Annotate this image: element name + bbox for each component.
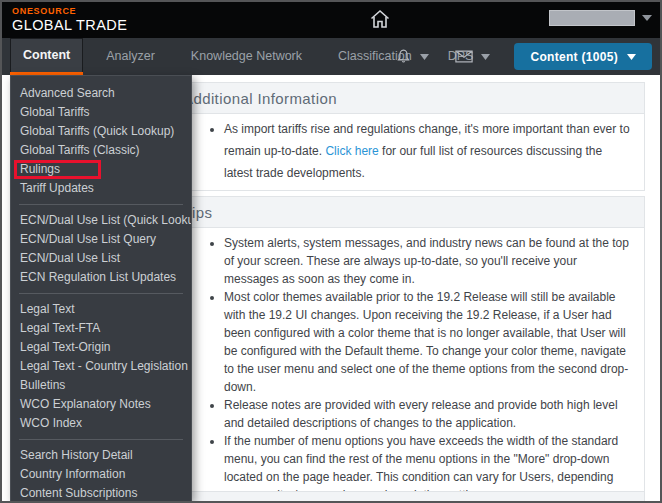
list-item: Most color themes available prior to the… (224, 288, 632, 396)
chevron-down-icon (642, 15, 652, 21)
tab-analyzer[interactable]: Analyzer (93, 38, 168, 75)
nav-right-cluster: Content (1005) (395, 38, 652, 75)
list-item: System alerts, system messages, and indu… (224, 234, 632, 288)
bell-icon[interactable] (395, 48, 412, 65)
tab-content[interactable]: Content (10, 38, 83, 75)
menu-item-bulletins[interactable]: Bulletins (11, 376, 191, 395)
menu-item-wco-index[interactable]: WCO Index (11, 414, 191, 433)
menu-item-search-history-detail[interactable]: Search History Detail (11, 446, 191, 465)
menu-item-advanced-search[interactable]: Advanced Search (11, 84, 191, 103)
menu-item-ecn-dual-use-list-query[interactable]: ECN/Dual Use List Query (11, 230, 191, 249)
menu-item-ecn-dual-use-list[interactable]: ECN/Dual Use List (11, 249, 191, 268)
menu-item-ecn-regulation-list-updates[interactable]: ECN Regulation List Updates (11, 268, 191, 287)
content-count-label: Content (1005) (530, 50, 618, 64)
menu-divider (19, 293, 183, 294)
app-window: ONESOURCE GLOBAL TRADE Content Analyzer … (0, 0, 662, 503)
menu-divider (19, 204, 183, 205)
menu-item-global-tariffs[interactable]: Global Tariffs (11, 103, 191, 122)
user-menu[interactable] (549, 10, 652, 26)
nav-bar: Content Analyzer Knowledge Network Class… (2, 38, 660, 75)
menu-item-legal-text-country-legislation[interactable]: Legal Text - Country Legislation (11, 357, 191, 376)
menu-item-legal-text-origin[interactable]: Legal Text-Origin (11, 338, 191, 357)
menu-item-global-tariffs-quick-lookup[interactable]: Global Tariffs (Quick Lookup) (11, 122, 191, 141)
brand-global-trade: GLOBAL TRADE (12, 17, 127, 33)
brand-logo: ONESOURCE GLOBAL TRADE (12, 6, 127, 33)
chevron-down-icon (627, 54, 636, 60)
content-count-dropdown-button[interactable]: Content (1005) (514, 43, 652, 70)
home-icon[interactable] (368, 7, 392, 31)
click-here-link[interactable]: Click here (325, 144, 378, 158)
content-dropdown-menu: Advanced Search Global Tariffs Global Ta… (10, 75, 192, 501)
menu-item-wco-explanatory-notes[interactable]: WCO Explanatory Notes (11, 395, 191, 414)
menu-item-legal-text[interactable]: Legal Text (11, 300, 191, 319)
menu-item-legal-text-fta[interactable]: Legal Text-FTA (11, 319, 191, 338)
menu-divider (19, 439, 183, 440)
messages-chevron-down-icon[interactable] (481, 54, 490, 60)
notifications-chevron-down-icon[interactable] (420, 54, 429, 60)
top-bar: ONESOURCE GLOBAL TRADE (2, 2, 660, 38)
menu-item-ecn-dual-use-list-quick-lookup[interactable]: ECN/Dual Use List (Quick Lookup) (11, 211, 191, 230)
menu-item-content-subscriptions[interactable]: Content Subscriptions (11, 484, 191, 503)
list-item: As import tariffs rise and regulations c… (224, 118, 632, 184)
list-item: Release notes are provided with every re… (224, 396, 632, 432)
menu-item-country-information[interactable]: Country Information (11, 465, 191, 484)
menu-item-global-tariffs-classic[interactable]: Global Tariffs (Classic) (11, 141, 191, 160)
menu-item-rulings[interactable]: Rulings (11, 160, 191, 179)
menu-item-tariff-updates[interactable]: Tariff Updates (11, 179, 191, 198)
envelope-icon[interactable] (455, 50, 473, 63)
brand-onesource: ONESOURCE (12, 6, 127, 16)
user-name-redacted (549, 10, 635, 26)
tab-knowledge-network[interactable]: Knowledge Network (178, 38, 315, 75)
menu-item-label: Rulings (20, 162, 60, 176)
